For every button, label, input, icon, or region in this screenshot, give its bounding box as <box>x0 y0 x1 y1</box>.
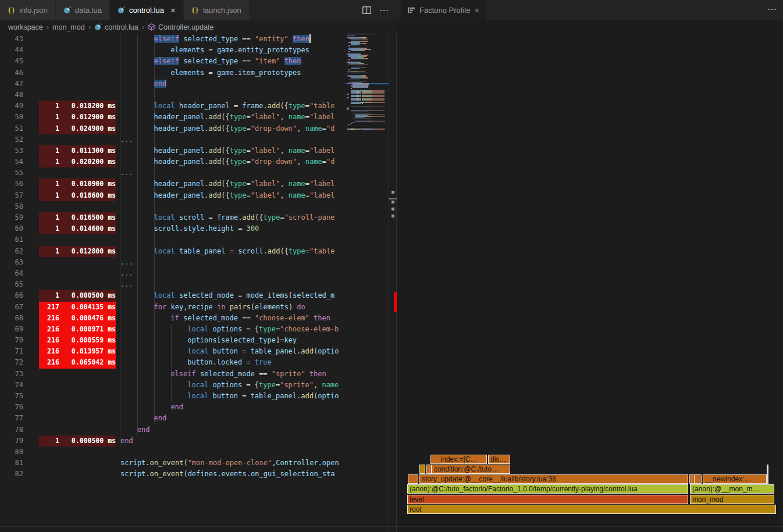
code-line-50[interactable]: 5010.012900 msheader_panel.add({type="la… <box>0 112 397 123</box>
code-line-66[interactable]: 6610.000500 mslocal selected_mode = mode… <box>0 290 397 301</box>
tab-data-lua[interactable]: data.lua <box>56 0 110 20</box>
code-line-74[interactable]: 74local options = {type="sprite", name <box>0 380 397 391</box>
code-line-64[interactable]: 64... <box>0 268 397 279</box>
code-line-82[interactable]: 82script.on_event(defines.events.on_gui_… <box>0 469 397 480</box>
line-number[interactable]: 51 <box>0 123 23 134</box>
line-number[interactable]: 76 <box>0 402 23 413</box>
line-number[interactable]: 55 <box>0 167 23 178</box>
flame-bar-index-C[interactable]: __index:=[C… <box>430 455 487 464</box>
code-line-78[interactable]: 78end <box>0 424 397 435</box>
code-line-43[interactable]: 43elseif selected_type == "entity" then <box>0 34 397 45</box>
line-number[interactable]: 48 <box>0 90 23 101</box>
line-number[interactable]: 82 <box>0 469 23 480</box>
code-line-72[interactable]: 722160.065042 msbutton.locked = true <box>0 357 397 368</box>
flame-bar-anon-mon-m[interactable]: (anon):@__mon_m… <box>690 484 774 494</box>
code-line-55[interactable]: 55... <box>0 167 397 178</box>
line-number[interactable]: 81 <box>0 458 23 469</box>
code-line-60[interactable]: 6010.014600 msscroll.style.height = 300 <box>0 223 397 234</box>
code-line-48[interactable]: 48 <box>0 90 397 101</box>
line-number[interactable]: 61 <box>0 234 23 245</box>
flame-bar-mon-mod[interactable]: mon_mod <box>690 495 774 504</box>
line-number[interactable]: 60 <box>0 223 23 234</box>
line-number[interactable]: 75 <box>0 391 23 402</box>
flame-bar-story-update-core-lualib-story[interactable]: story_update:@__core__/lualib/story.lua:… <box>419 474 688 484</box>
code-line-53[interactable]: 5310.011300 msheader_panel.add({type="la… <box>0 145 397 156</box>
code-line-71[interactable]: 712160.013957 mslocal button = table_pan… <box>0 346 397 357</box>
line-number[interactable]: 43 <box>0 34 23 45</box>
line-number[interactable]: 54 <box>0 156 23 167</box>
line-number[interactable]: 52 <box>0 134 23 145</box>
close-icon[interactable]: × <box>474 5 479 15</box>
line-number[interactable]: 57 <box>0 190 23 201</box>
code-line-67[interactable]: 672170.004135 msfor key,recipe in pairs(… <box>0 302 397 313</box>
code-line-51[interactable]: 5110.024900 msheader_panel.add({type="dr… <box>0 123 397 134</box>
code-line-52[interactable]: 52... <box>0 134 397 145</box>
split-editor-icon[interactable] <box>362 6 371 14</box>
code-line-79[interactable]: 7910.000500 msend <box>0 435 397 447</box>
code-line-73[interactable]: 73elseif selected_mode == "sprite" then <box>0 369 397 380</box>
flame-bar[interactable] <box>419 465 425 474</box>
flame-bar-level[interactable]: level <box>407 495 688 504</box>
line-number[interactable]: 46 <box>0 67 23 78</box>
code-line-61[interactable]: 61 <box>0 234 397 245</box>
flame-bar-newindex[interactable]: __newindex:… <box>703 474 767 484</box>
close-icon[interactable]: × <box>170 6 176 15</box>
flame-bar-sliver[interactable] <box>767 465 768 484</box>
line-number[interactable]: 67 <box>0 302 23 313</box>
code-line-54[interactable]: 5410.020200 msheader_panel.add({type="dr… <box>0 156 397 167</box>
line-number[interactable]: 45 <box>0 56 23 67</box>
line-number[interactable]: 50 <box>0 112 23 123</box>
code-line-81[interactable]: 81script.on_event("mon-mod-open-close",C… <box>0 458 397 469</box>
tab-launch-json[interactable]: {}launch.json <box>184 0 250 20</box>
line-number[interactable]: 49 <box>0 101 23 112</box>
line-number[interactable]: 64 <box>0 268 23 279</box>
flame-bar-root[interactable]: root <box>407 505 776 514</box>
code-line-62[interactable]: 6210.012800 mslocal table_panel = scroll… <box>0 246 397 257</box>
breadcrumb-item-controller-update[interactable]: Controller.update <box>148 23 213 31</box>
line-number[interactable]: 80 <box>0 447 23 458</box>
line-number[interactable]: 65 <box>0 279 23 290</box>
code-line-49[interactable]: 4910.018200 mslocal header_panel = frame… <box>0 101 397 112</box>
breadcrumb-item-workspace[interactable]: workspace <box>8 23 43 31</box>
code-line-68[interactable]: 682160.000476 msif selected_mode == "cho… <box>0 313 397 324</box>
line-number[interactable]: 62 <box>0 246 23 257</box>
flame-bar[interactable] <box>694 474 702 484</box>
line-number[interactable]: 58 <box>0 201 23 212</box>
line-number[interactable]: 69 <box>0 324 23 335</box>
line-number[interactable]: 78 <box>0 424 23 435</box>
line-number[interactable]: 63 <box>0 257 23 268</box>
tab-factorio-profile[interactable]: Factorio Profile × <box>401 0 486 20</box>
flame-bar-condition-C-tuto[interactable]: condition:@C:/tuto… <box>432 465 510 474</box>
line-number[interactable]: 77 <box>0 413 23 424</box>
code-line-69[interactable]: 692160.000971 mslocal options = {type="c… <box>0 324 397 335</box>
breadcrumb-item-control-lua[interactable]: control.lua <box>94 23 138 31</box>
code-line-77[interactable]: 77end <box>0 413 397 424</box>
flame-bar-dis[interactable]: dis… <box>488 455 510 464</box>
line-number[interactable]: 71 <box>0 346 23 357</box>
code-line-59[interactable]: 5910.016500 mslocal scroll = frame.add({… <box>0 212 397 223</box>
minimap[interactable] <box>346 34 389 532</box>
line-number[interactable]: 72 <box>0 357 23 368</box>
more-actions-icon[interactable]: ⋯ <box>767 3 777 15</box>
code-line-45[interactable]: 45elseif selected_type == "item" then <box>0 56 397 67</box>
line-number[interactable]: 79 <box>0 435 23 447</box>
overview-ruler[interactable] <box>389 34 397 532</box>
line-number[interactable]: 70 <box>0 335 23 346</box>
tab-info-json[interactable]: {}info.json <box>0 0 56 20</box>
line-number[interactable]: 44 <box>0 45 23 56</box>
code-editor[interactable]: 43elseif selected_type == "entity" then4… <box>0 34 397 532</box>
flame-bar-anon-C-tuto-factorio-Factorio-[interactable]: (anon):@C:/tuto_factorio/Factorio_1.0.0/… <box>407 484 688 494</box>
code-line-75[interactable]: 75local button = table_panel.add(optio <box>0 391 397 402</box>
tab-control-lua[interactable]: control.lua× <box>110 0 184 20</box>
flame-bar[interactable] <box>408 474 418 484</box>
code-line-63[interactable]: 63... <box>0 257 397 268</box>
line-number[interactable]: 47 <box>0 78 23 90</box>
line-number[interactable]: 66 <box>0 290 23 301</box>
line-number[interactable]: 74 <box>0 380 23 391</box>
line-number[interactable]: 59 <box>0 212 23 223</box>
line-number[interactable]: 56 <box>0 178 23 190</box>
code-line-57[interactable]: 5710.018600 msheader_panel.add({type="la… <box>0 190 397 201</box>
code-line-56[interactable]: 5610.010900 msheader_panel.add({type="la… <box>0 178 397 190</box>
code-line-80[interactable]: 80 <box>0 447 397 458</box>
code-line-47[interactable]: 47end <box>0 78 397 90</box>
